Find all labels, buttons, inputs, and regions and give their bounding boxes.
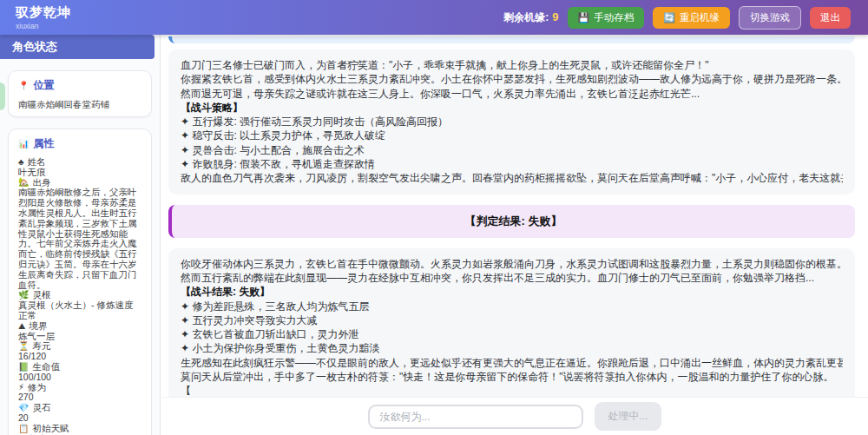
floppy-disk-icon: 💾 xyxy=(578,13,590,23)
judgement-result-banner: 【判定结果: 失败】 xyxy=(168,205,855,238)
attribute-value: 100/100 xyxy=(18,372,141,383)
attribute-item: 📋 初始天赋 xyxy=(18,424,141,434)
action-input[interactable] xyxy=(368,405,583,429)
story-line: ✦ 灵兽合击: 与小土配合，施展合击之术 xyxy=(181,143,843,157)
story-line: 然而退无可退，母亲失踪之谜或许就在这三人身上。你深吸一口气，火系灵力率先涌出，玄… xyxy=(181,87,843,101)
attributes-label: 属性 xyxy=(33,136,54,151)
switch-game-button[interactable]: 切换游戏 xyxy=(739,6,801,30)
attribute-icon: 🌿 xyxy=(18,291,29,300)
attribute-value: 南疆赤焰峒散修之后，父亲叶烈阳是火修散修，母亲苏柔是水属性灵根凡人。出生时五行紊… xyxy=(18,188,141,290)
story-line: 【战斗策略】 xyxy=(181,101,843,115)
attribute-icon: ⚡ xyxy=(18,383,24,392)
previous-message-partial xyxy=(168,36,855,43)
attribute-icon: ⏳ xyxy=(18,342,29,351)
remaining-chances-label: 剩余机缘: xyxy=(503,11,549,23)
manual-save-button[interactable]: 💾 手动存档 xyxy=(568,7,645,29)
character-status-sidebar: 角色状态 📍 位置 南疆赤焰峒回春堂药铺 📊 属性 ♣ 姓名 叶无痕 🏡 出身 xyxy=(0,35,161,435)
story-line: ✦ 稳守反击: 以土系灵力护体，寻觅敌人破绽 xyxy=(181,129,843,142)
sidebar-edge-accent xyxy=(0,82,5,110)
story-line: ✦ 修为差距悬殊，三名敌人均为炼气五层 xyxy=(181,300,843,313)
exit-button[interactable]: 退出 xyxy=(810,7,851,29)
story-block-1: 血刀门三名修士已破门而入，为首者狞笑道："小子，乖乖束手就擒，献上你身上的生死灵… xyxy=(168,49,855,194)
attribute-label-row: ⛰ 境界 xyxy=(18,321,141,332)
app-title: 驭梦乾坤 xyxy=(16,4,71,21)
attribute-label: 境界 xyxy=(29,321,47,332)
chat-scroll-area[interactable]: 血刀门三名修士已破门而入，为首者狞笑道："小子，乖乖束手就擒，献上你身上的生死灵… xyxy=(161,35,868,397)
location-label: 位置 xyxy=(33,78,54,93)
restart-arrows-icon: 🔄 xyxy=(663,13,675,23)
attribute-icon: 📗 xyxy=(18,363,29,372)
location-value: 南疆赤焰峒回春堂药铺 xyxy=(18,99,141,109)
sidebar-title: 角色状态 xyxy=(0,35,155,59)
bar-chart-icon: 📊 xyxy=(18,140,29,148)
action-bar: 处理中... xyxy=(161,397,868,435)
game-log-panel: 血刀门三名修士已破门而入，为首者狞笑道："小子，乖乖束手就擒，献上你身上的生死灵… xyxy=(161,35,868,435)
submit-button[interactable]: 处理中... xyxy=(595,402,661,431)
location-pin-icon: 📍 xyxy=(18,82,29,90)
attribute-item: ⚡ 修为 270 xyxy=(18,383,141,404)
location-card-title: 📍 位置 xyxy=(18,78,141,93)
app-subtitle: xiuxian xyxy=(16,22,71,30)
attribute-item: ⛰ 境界 炼气一层 xyxy=(18,321,141,342)
story-line: 你握紧玄铁匕首，感受到体内火水土三系灵力紊乱冲突。小土在你怀中瑟瑟发抖，生死感知… xyxy=(181,72,843,86)
attribute-label-row: 📗 生命值 xyxy=(18,362,141,372)
attribute-icon: ♣ xyxy=(18,158,24,167)
app-title-block: 驭梦乾坤 xiuxian xyxy=(16,4,71,30)
attribute-icon: 🏡 xyxy=(18,178,29,187)
attribute-label: 初始天赋 xyxy=(32,424,69,434)
attribute-value: 真灵根（火水土）- 修炼速度正常 xyxy=(18,300,141,321)
attribute-icon: 📋 xyxy=(18,425,29,433)
story-line: ✦ 五行爆发: 强行催动三系灵力同时攻击（高风险高回报） xyxy=(181,115,843,129)
attribute-item: ⏳ 寿元 16/120 xyxy=(18,341,141,362)
attributes-list: ♣ 姓名 叶无痕 🏡 出身 南疆赤焰峒散修之后，父亲叶烈阳是火修散修，母亲苏柔是… xyxy=(18,157,141,435)
header-actions: 剩余机缘:9 💾 手动存档 🔄 重启机缘 切换游戏 退出 xyxy=(503,6,851,30)
attribute-item: 📗 生命值 100/100 xyxy=(18,362,141,383)
attribute-label-row: 💎 灵石 xyxy=(18,403,141,413)
story-block-2: 你咬牙催动体内三系灵力，玄铁匕首在手中微微颤动。火系灵力如岩浆般涌向刀身，水系灵… xyxy=(168,248,855,397)
restart-fortune-button[interactable]: 🔄 重启机缘 xyxy=(653,7,730,29)
attribute-label-row: ⚡ 修为 xyxy=(18,383,141,393)
story-line: 生死感知在此刻疯狂示警——不仅是眼前的敌人，更远处似乎还有更强大的气息正在逼近。… xyxy=(181,356,843,370)
attribute-item: ♣ 姓名 叶无痕 xyxy=(18,157,141,178)
story-line: ✦ 五行灵力冲突导致实力大减 xyxy=(181,313,843,327)
attribute-item: 🏡 出身 南疆赤焰峒散修之后，父亲叶烈阳是火修散修，母亲苏柔是水属性灵根凡人。出… xyxy=(18,178,141,291)
story-line: 【战斗结果: 失败】 xyxy=(181,285,843,299)
switch-game-label: 切换游戏 xyxy=(750,11,790,24)
restart-fortune-label: 重启机缘 xyxy=(680,11,720,24)
attribute-value: 20 xyxy=(18,413,141,424)
attribute-icon: 💎 xyxy=(18,404,29,412)
attributes-card-title: 📊 属性 xyxy=(18,136,141,151)
app-root: 驭梦乾坤 xiuxian 剩余机缘:9 💾 手动存档 🔄 重启机缘 切换游戏 退… xyxy=(0,0,868,435)
story-line: ✦ 诈败脱身: 假装不敌，寻机遁走查探敌情 xyxy=(181,157,843,171)
attribute-label-row: 📋 初始天赋 xyxy=(18,424,141,434)
story-line: 然而五行紊乱的弊端在此刻显现——灵力在经脉中互相冲突，你只发挥出不足三成的实力。… xyxy=(181,271,843,285)
attribute-icon: ⛰ xyxy=(18,322,25,331)
attribute-value: 叶无痕 xyxy=(18,168,141,178)
story-line: 【 xyxy=(181,384,843,397)
attribute-label: 灵石 xyxy=(32,403,50,413)
story-line: 你咬牙催动体内三系灵力，玄铁匕首在手中微微颤动。火系灵力如岩浆般涌向刀身，水系灵… xyxy=(181,257,843,271)
attribute-label: 生命值 xyxy=(32,362,60,372)
app-header: 驭梦乾坤 xiuxian 剩余机缘:9 💾 手动存档 🔄 重启机缘 切换游戏 退… xyxy=(0,0,868,35)
location-card: 📍 位置 南疆赤焰峒回春堂药铺 xyxy=(8,70,152,117)
story-line: ✦ 小土为保护你身受重伤，土黄色灵力黯淡 xyxy=(181,341,843,355)
story-line: 血刀门三名修士已破门而入，为首者狞笑道："小子，乖乖束手就擒，献上你身上的生死灵… xyxy=(181,58,843,72)
remaining-chances: 剩余机缘:9 xyxy=(503,10,558,25)
story-line: ✦ 玄铁匕首被血刀斩出缺口，灵力外泄 xyxy=(181,327,843,341)
story-line: 敌人的血色刀气再次袭来，刀风凌厉，割裂空气发出尖啸之声。回春堂内的药柜摇摇欲坠，… xyxy=(181,171,843,185)
exit-label: 退出 xyxy=(820,11,840,24)
attribute-item: 💎 灵石 20 xyxy=(18,403,141,424)
story-line: 莫问天从后堂冲出，手中多了一枚古朴的符箓："快走！这是你母亲留下的保命符！"说罢… xyxy=(181,370,843,384)
manual-save-label: 手动存档 xyxy=(594,11,634,24)
attributes-card: 📊 属性 ♣ 姓名 叶无痕 🏡 出身 南疆赤焰峒散修之后，父亲叶烈阳是火修散修，… xyxy=(8,129,152,435)
remaining-chances-value: 9 xyxy=(552,10,558,23)
attribute-item: 🌿 灵根 真灵根（火水土）- 修炼速度正常 xyxy=(18,290,141,320)
